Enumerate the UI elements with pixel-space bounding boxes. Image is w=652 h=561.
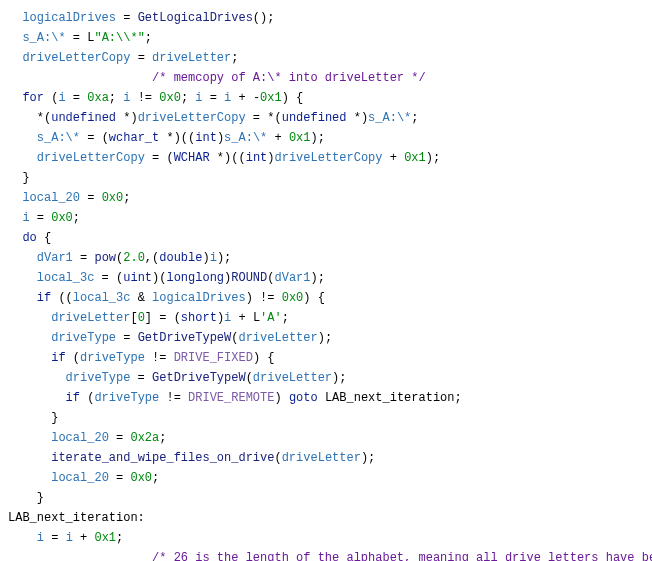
code-token-type: undefined bbox=[282, 111, 347, 125]
code-token-op: ); bbox=[318, 331, 332, 345]
code-token-func: GetDriveTypeW bbox=[138, 331, 232, 345]
code-token-type: longlong bbox=[166, 271, 224, 285]
code-token-op: = bbox=[109, 431, 131, 445]
code-token-op: ); bbox=[311, 131, 325, 145]
code-token-num: 0x1 bbox=[260, 91, 282, 105]
code-token-num: 0x0 bbox=[159, 91, 181, 105]
code-token-op: = bbox=[73, 251, 95, 265]
code-token-op: ; bbox=[411, 111, 418, 125]
code-token-op: = bbox=[30, 211, 52, 225]
code-token-op: *) bbox=[347, 111, 369, 125]
code-token-ident: local_3c bbox=[37, 271, 95, 285]
code-line: s_A:\* = L"A:\\*"; bbox=[8, 28, 652, 48]
code-line: if (driveType != DRIVE_REMOTE) goto LAB_… bbox=[8, 388, 652, 408]
code-token-op bbox=[8, 551, 152, 561]
code-token-op: *)(( bbox=[159, 131, 195, 145]
code-token-op: *( bbox=[8, 111, 51, 125]
code-line: if ((local_3c & logicalDrives) != 0x0) { bbox=[8, 288, 652, 308]
code-token-num: 0x0 bbox=[282, 291, 304, 305]
code-token-op bbox=[8, 451, 51, 465]
code-line: s_A:\* = (wchar_t *)((int)s_A:\* + 0x1); bbox=[8, 128, 652, 148]
code-token-op: ); bbox=[332, 371, 346, 385]
code-token-op: ; bbox=[145, 31, 152, 45]
code-token-op bbox=[8, 351, 51, 365]
code-line: driveType = GetDriveTypeW(driveLetter); bbox=[8, 328, 652, 348]
code-token-op: ; bbox=[109, 91, 123, 105]
code-token-keyword: if bbox=[37, 291, 51, 305]
code-token-num: 0 bbox=[138, 311, 145, 325]
code-token-ident: i bbox=[66, 531, 73, 545]
code-token-func: ROUND bbox=[231, 271, 267, 285]
code-token-ident: driveType bbox=[94, 391, 159, 405]
code-line: driveLetter[0] = (short)i + L'A'; bbox=[8, 308, 652, 328]
code-token-const: DRIVE_REMOTE bbox=[188, 391, 274, 405]
code-token-op: ; bbox=[181, 91, 195, 105]
code-line: local_20 = 0x2a; bbox=[8, 428, 652, 448]
code-token-type: short bbox=[181, 311, 217, 325]
code-token-op: *)(( bbox=[210, 151, 246, 165]
code-token-op: ) bbox=[274, 391, 288, 405]
code-token-ident: i bbox=[58, 91, 65, 105]
code-token-func: GetDriveTypeW bbox=[152, 371, 246, 385]
code-token-op bbox=[8, 431, 51, 445]
code-token-ident: local_3c bbox=[73, 291, 131, 305]
code-token-op: & bbox=[130, 291, 152, 305]
code-token-keyword: if bbox=[66, 391, 80, 405]
code-token-op: = ( bbox=[80, 131, 109, 145]
code-token-ident: i bbox=[22, 211, 29, 225]
code-token-op: = bbox=[80, 191, 102, 205]
code-line: local_3c = (uint)(longlong)ROUND(dVar1); bbox=[8, 268, 652, 288]
code-token-op bbox=[8, 251, 37, 265]
code-token-ident: s_A:\* bbox=[37, 131, 80, 145]
code-token-op: = bbox=[109, 471, 131, 485]
code-token-op: = bbox=[116, 331, 138, 345]
code-token-num: 0x2a bbox=[130, 431, 159, 445]
code-token-ident: driveLetter bbox=[51, 311, 130, 325]
code-token-func: pow bbox=[94, 251, 116, 265]
code-token-label: LAB_next_iteration bbox=[325, 391, 455, 405]
code-token-const: DRIVE_FIXED bbox=[174, 351, 253, 365]
code-line: for (i = 0xa; i != 0x0; i = i + -0x1) { bbox=[8, 88, 652, 108]
code-line: driveLetterCopy = driveLetter; bbox=[8, 48, 652, 68]
code-token-op bbox=[8, 311, 51, 325]
code-token-op: } bbox=[8, 171, 30, 185]
code-token-op bbox=[8, 471, 51, 485]
code-token-ident: driveLetter bbox=[282, 451, 361, 465]
code-token-op bbox=[8, 51, 22, 65]
code-token-op: ) bbox=[202, 251, 209, 265]
code-token-op bbox=[8, 391, 66, 405]
code-token-op: = ( bbox=[145, 151, 174, 165]
code-token-op bbox=[8, 211, 22, 225]
code-token-type: WCHAR bbox=[174, 151, 210, 165]
code-token-ident: driveLetterCopy bbox=[138, 111, 246, 125]
code-token-op: ) bbox=[217, 131, 224, 145]
code-token-op: { bbox=[37, 231, 51, 245]
code-token-ident: local_20 bbox=[22, 191, 80, 205]
code-token-op: ( bbox=[80, 391, 94, 405]
code-token-op: ( bbox=[274, 451, 281, 465]
code-token-comment: /* 26 is the length of the alphabet, mea… bbox=[152, 551, 652, 561]
code-token-op: ) { bbox=[282, 91, 304, 105]
code-token-ident: driveLetterCopy bbox=[37, 151, 145, 165]
code-token-num: 'A' bbox=[260, 311, 282, 325]
code-token-op: = bbox=[130, 51, 152, 65]
code-token-label: LAB_next_iteration: bbox=[8, 511, 145, 525]
code-token-op: ( bbox=[66, 351, 80, 365]
code-token-num: 0x1 bbox=[404, 151, 426, 165]
code-token-op: ) { bbox=[253, 351, 275, 365]
code-token-num: 0x0 bbox=[51, 211, 73, 225]
code-token-op: (); bbox=[253, 11, 275, 25]
code-line: local_20 = 0x0; bbox=[8, 188, 652, 208]
code-token-type: wchar_t bbox=[109, 131, 159, 145]
code-token-ident: dVar1 bbox=[274, 271, 310, 285]
code-token-type: double bbox=[159, 251, 202, 265]
code-token-ident: s_A:\* bbox=[368, 111, 411, 125]
code-token-ident: driveLetterCopy bbox=[22, 51, 130, 65]
code-token-op: ; bbox=[123, 191, 130, 205]
code-token-ident: local_20 bbox=[51, 471, 109, 485]
code-token-type: int bbox=[246, 151, 268, 165]
code-token-type: int bbox=[195, 131, 217, 145]
code-token-op: ) bbox=[267, 151, 274, 165]
code-token-op: } bbox=[8, 491, 44, 505]
code-token-func: GetLogicalDrives bbox=[138, 11, 253, 25]
